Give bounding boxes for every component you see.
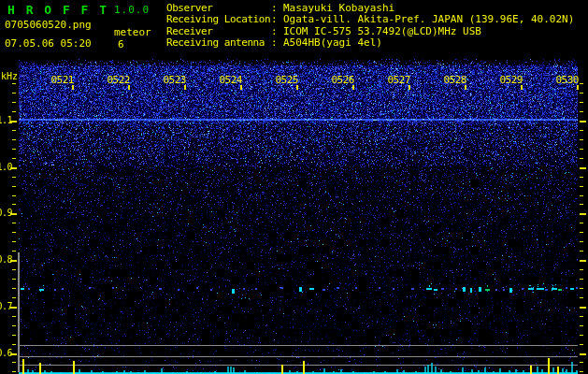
y-axis-label: 0.9 [0, 208, 12, 218]
x-axis-label: 0529 [500, 74, 523, 86]
info-label: Receiving Location [166, 14, 271, 25]
x-axis-label: 0525 [276, 74, 299, 86]
y-axis-label: 1.0 [0, 162, 12, 172]
info-value: A504HB(yagi 4el) [283, 37, 382, 49]
x-axis-label: 0521 [51, 74, 75, 86]
x-axis-label: 0526 [332, 74, 355, 86]
observation-datetime: 07.05.06 05:20 [5, 37, 92, 50]
y-axis-unit-label: kHz [1, 71, 18, 81]
info-row-location: Receiving Location:Ogata-vill. Akita-Pre… [166, 14, 574, 25]
spectrogram-canvas [0, 0, 588, 374]
app-version: 1.0.0 [114, 4, 150, 16]
info-value: Ogata-vill. Akita-Pref. JAPAN (139.96E, … [283, 14, 574, 25]
info-colon: : [271, 37, 283, 49]
x-axis-label: 0524 [220, 74, 243, 86]
output-filename: 0705060520.png [5, 19, 92, 31]
info-colon: : [271, 14, 283, 25]
info-label: Observer [166, 3, 271, 14]
info-row-antenna: Receiving antenna:A504HB(yagi 4el) [166, 37, 574, 49]
x-axis-label: 0528 [444, 74, 467, 86]
hrofft-screen: H R O F F T 1.0.0 0705060520.png meteor … [0, 0, 588, 374]
app-title: H R O F F T [7, 3, 108, 17]
x-axis-label: 0523 [164, 74, 187, 86]
info-label: Receiving antenna [166, 37, 271, 49]
y-axis-label: 0.6 [0, 348, 12, 358]
y-axis-label: 0.7 [0, 301, 12, 311]
observer-info-block: Observer:Masayuki Kobayashi Receiving Lo… [166, 3, 574, 50]
x-axis-label: 0527 [388, 74, 411, 86]
y-axis-label: 0.8 [0, 254, 12, 265]
mode-label: meteor [114, 26, 151, 38]
meteor-count: 6 [118, 38, 124, 50]
info-label: Receiver [166, 26, 271, 37]
y-axis-label: 1.1 [0, 115, 12, 125]
x-axis-label: 0522 [108, 74, 131, 86]
x-axis-label: 0530 [556, 74, 580, 86]
